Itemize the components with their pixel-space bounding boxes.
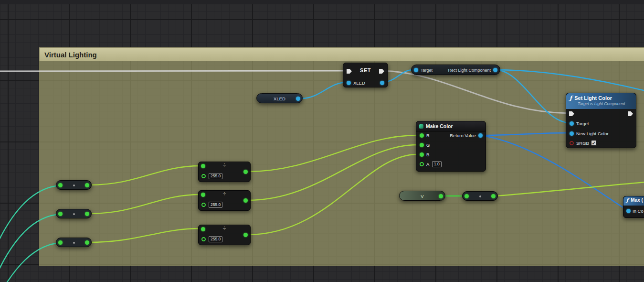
rectlight-target-label: Target bbox=[421, 68, 433, 73]
divisor-field[interactable]: 255.0 bbox=[209, 236, 222, 242]
max-node-title: Max ( bbox=[631, 197, 643, 203]
divisor-field[interactable]: 255.0 bbox=[209, 173, 222, 179]
exec-out-pin[interactable] bbox=[628, 111, 633, 116]
blueprint-graph-canvas[interactable]: Virtual Lighting SET XLED XL bbox=[0, 0, 644, 282]
v-getter-label: V bbox=[400, 194, 445, 199]
divide-node-r[interactable]: ÷ 255.0 bbox=[198, 162, 251, 182]
reroute-dot bbox=[73, 213, 75, 215]
xled-input-label: XLED bbox=[353, 80, 365, 86]
reroute-node-v[interactable] bbox=[462, 191, 498, 201]
function-icon: ƒ bbox=[626, 197, 628, 203]
wire-r-to-divide1[interactable] bbox=[89, 166, 201, 185]
reroute-in-pin[interactable] bbox=[58, 212, 63, 216]
in-color-label: In Co bbox=[633, 208, 644, 214]
divide-operator: ÷ bbox=[199, 162, 250, 169]
make-color-header[interactable]: Make Color bbox=[416, 121, 486, 131]
srgb-checkbox[interactable]: ✓ bbox=[591, 140, 597, 146]
result-pin[interactable] bbox=[243, 233, 248, 237]
reroute-out-pin[interactable] bbox=[85, 212, 89, 216]
wire-teal-b[interactable] bbox=[0, 243, 60, 282]
make-color-node[interactable]: Make Color R G B A 1.0 Return Value bbox=[416, 121, 486, 172]
wire-divide2-to-g[interactable] bbox=[248, 145, 417, 200]
rectlight-output-label: Rect Light Component bbox=[448, 68, 491, 73]
xled-getter-node[interactable]: XLED bbox=[256, 93, 303, 103]
reroute-dot bbox=[479, 195, 481, 197]
wire-knot-offscreen-right[interactable] bbox=[496, 182, 644, 196]
divisor-pin[interactable] bbox=[201, 203, 206, 207]
wire-exec-in[interactable] bbox=[0, 71, 347, 71]
set-light-color-header[interactable]: ƒ Set Light Color Target is Light Compon… bbox=[566, 93, 636, 109]
v-getter-output-pin[interactable] bbox=[439, 194, 443, 198]
wire-teal-r[interactable] bbox=[0, 185, 60, 244]
b-label: B bbox=[426, 152, 429, 157]
reroute-node-b[interactable] bbox=[56, 238, 92, 247]
divisor-pin[interactable] bbox=[201, 237, 206, 241]
set-light-color-title: Set Light Color bbox=[574, 95, 612, 101]
xled-output-pin[interactable] bbox=[380, 81, 384, 85]
b-pin[interactable] bbox=[420, 152, 424, 157]
srgb-label: SRGB bbox=[576, 141, 589, 146]
g-pin[interactable] bbox=[420, 143, 424, 147]
set-light-color-subtitle: Target is Light Component bbox=[578, 101, 633, 106]
set-light-color-node[interactable]: ƒ Set Light Color Target is Light Compon… bbox=[566, 93, 636, 148]
reroute-dot bbox=[73, 242, 75, 244]
xled-getter-label: XLED bbox=[257, 96, 302, 101]
divisor-field[interactable]: 255.0 bbox=[209, 202, 222, 208]
result-pin[interactable] bbox=[243, 198, 248, 203]
rectlight-output-pin[interactable] bbox=[493, 68, 497, 72]
wire-layer bbox=[0, 0, 644, 282]
max-node-header[interactable]: ƒ Max ( bbox=[623, 196, 644, 206]
reroute-out-pin[interactable] bbox=[85, 240, 89, 245]
return-value-pin[interactable] bbox=[478, 133, 483, 138]
reroute-in-pin[interactable] bbox=[465, 194, 469, 198]
set-xled-node[interactable]: SET XLED bbox=[343, 63, 388, 87]
g-label: G bbox=[426, 142, 430, 148]
return-value-label: Return Value bbox=[450, 133, 476, 138]
wire-b-to-divide3[interactable] bbox=[89, 228, 201, 242]
xled-getter-output-pin[interactable] bbox=[296, 97, 300, 101]
divide-node-b[interactable]: ÷ 255.0 bbox=[198, 225, 251, 245]
r-pin[interactable] bbox=[420, 133, 424, 138]
wire-makecolor-to-newlightcolor[interactable] bbox=[480, 133, 569, 135]
max-node[interactable]: ƒ Max ( In Co bbox=[623, 196, 644, 218]
make-color-title: Make Color bbox=[426, 123, 453, 129]
target-pin[interactable] bbox=[570, 121, 574, 126]
xled-input-pin[interactable] bbox=[347, 81, 351, 85]
result-pin[interactable] bbox=[243, 170, 248, 174]
divisor-pin[interactable] bbox=[201, 174, 206, 178]
divide-operator: ÷ bbox=[199, 191, 250, 198]
divide-operator: ÷ bbox=[199, 225, 250, 232]
get-rect-light-component-node[interactable]: Target Rect Light Component bbox=[411, 65, 500, 75]
reroute-dot bbox=[73, 184, 75, 186]
target-label: Target bbox=[576, 121, 589, 126]
reroute-out-pin[interactable] bbox=[85, 183, 89, 187]
reroute-node-r[interactable] bbox=[56, 180, 92, 190]
divide-node-g[interactable]: ÷ 255.0 bbox=[198, 190, 251, 211]
wire-rectlight-to-slc-target[interactable] bbox=[495, 70, 570, 123]
reroute-in-pin[interactable] bbox=[58, 183, 63, 187]
a-value-field[interactable]: 1.0 bbox=[432, 161, 442, 167]
a-label: A bbox=[426, 162, 429, 167]
wire-divide1-to-r[interactable] bbox=[248, 135, 417, 172]
wire-xled-to-set[interactable] bbox=[301, 82, 348, 98]
v-getter-node[interactable]: V bbox=[399, 191, 445, 201]
wire-divide3-to-b[interactable] bbox=[248, 154, 417, 235]
wire-g-to-divide2[interactable] bbox=[89, 195, 201, 214]
exec-in-pin[interactable] bbox=[569, 111, 574, 116]
struct-icon bbox=[419, 124, 423, 129]
reroute-out-pin[interactable] bbox=[491, 194, 496, 198]
new-light-color-label: New Light Color bbox=[576, 131, 609, 136]
in-color-pin[interactable] bbox=[626, 209, 631, 213]
srgb-pin[interactable] bbox=[570, 141, 574, 145]
new-light-color-pin[interactable] bbox=[570, 131, 574, 136]
rectlight-target-pin[interactable] bbox=[414, 68, 418, 72]
reroute-node-g[interactable] bbox=[56, 209, 92, 218]
a-pin[interactable] bbox=[420, 162, 424, 166]
function-icon: ƒ bbox=[570, 95, 572, 101]
r-label: R bbox=[426, 133, 430, 138]
reroute-in-pin[interactable] bbox=[58, 240, 63, 245]
